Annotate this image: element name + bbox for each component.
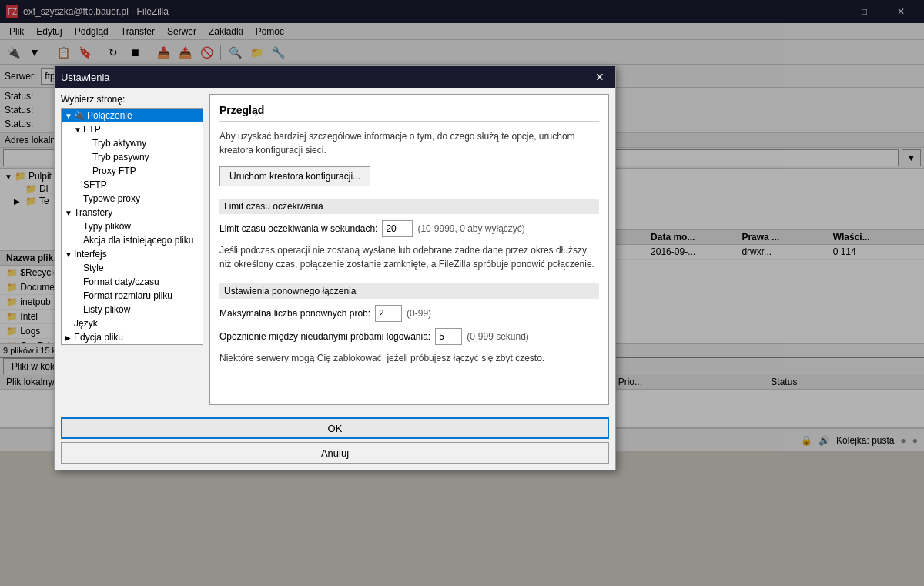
timeout-hint: (10-9999, 0 aby wyłączyć): [417, 223, 524, 234]
dialog-close-button[interactable]: ✕: [591, 69, 609, 85]
dialog-title-bar: Ustawienia ✕: [55, 66, 615, 88]
dialog-body: Wybierz stronę: ▼ 🔌 Połączenie ▼ FTP Try…: [55, 88, 615, 411]
timeout-section-title: Limit czasu oczekiwania: [219, 199, 599, 214]
tree-node-sftp[interactable]: SFTP: [62, 178, 203, 192]
tree-node-typowe-proxy[interactable]: Typowe proxy: [62, 192, 203, 206]
tree-node-proxy-ftp[interactable]: Proxy FTP: [62, 164, 203, 178]
settings-tree: ▼ 🔌 Połączenie ▼ FTP Tryb aktywny T: [61, 108, 203, 345]
timeout-label: Limit czasu oczekiwania w sekundach:: [219, 223, 377, 234]
timeout-row: Limit czasu oczekiwania w sekundach: (10…: [219, 220, 599, 237]
settings-tree-container: Wybierz stronę: ▼ 🔌 Połączenie ▼ FTP Try…: [61, 94, 203, 405]
tree-node-interfejs[interactable]: ▼ Interfejs: [62, 247, 203, 261]
settings-content-title: Przegląd: [219, 104, 599, 122]
retries-row: Maksymalna liczba ponownych prób: (0-99): [219, 305, 599, 322]
timeout-input[interactable]: [382, 220, 413, 237]
dialog-footer: OK Anuluj: [55, 411, 615, 470]
settings-description: Aby uzyskać bardziej szczegółowe informa…: [219, 129, 599, 157]
tree-node-typy-plikow[interactable]: Typy plików: [62, 219, 203, 233]
reconnect-note: Niektóre serwery mogą Cię zablokować, je…: [219, 351, 599, 365]
timeout-note: Jeśli podczas operacji nie zostaną wysła…: [219, 243, 599, 271]
retries-input[interactable]: [375, 305, 402, 322]
tree-node-style[interactable]: Style: [62, 261, 203, 275]
cancel-button[interactable]: Anuluj: [61, 442, 609, 464]
tree-node-akcja[interactable]: Akcja dla istniejącego pliku: [62, 233, 203, 247]
dialog-title: Ustawienia: [61, 72, 110, 83]
delay-row: Opóźnienie między nieudanymi próbami log…: [219, 328, 599, 345]
tree-node-jezyk[interactable]: Język: [62, 316, 203, 330]
tree-node-tryb-pasywny[interactable]: Tryb pasywny: [62, 150, 203, 164]
tree-node-edycja-pliku[interactable]: ▶ Edycja pliku: [62, 330, 203, 344]
reconnect-section-title: Ustawienia ponownego łączenia: [219, 283, 599, 299]
tree-node-polaczenie[interactable]: ▼ 🔌 Połączenie: [62, 109, 203, 122]
tree-node-format-daty[interactable]: Format daty/czasu: [62, 275, 203, 289]
retries-hint: (0-99): [407, 308, 431, 319]
choose-page-label: Wybierz stronę:: [61, 94, 203, 105]
ok-button[interactable]: OK: [61, 417, 609, 439]
tree-node-tryb-aktywny[interactable]: Tryb aktywny: [62, 136, 203, 150]
wizard-button[interactable]: Uruchom kreatora konfiguracji...: [219, 166, 370, 186]
tree-node-format-rozmiaru[interactable]: Format rozmiaru pliku: [62, 289, 203, 303]
delay-input[interactable]: [435, 328, 462, 345]
tree-node-ftp[interactable]: ▼ FTP: [62, 122, 203, 136]
modal-overlay: Ustawienia ✕ Wybierz stronę: ▼ 🔌 Połącze…: [0, 0, 924, 586]
settings-content: Przegląd Aby uzyskać bardziej szczegółow…: [209, 94, 609, 405]
tree-node-listy-plikow[interactable]: Listy plików: [62, 303, 203, 316]
tree-node-transfery[interactable]: ▼ Transfery: [62, 206, 203, 219]
retries-label: Maksymalna liczba ponownych prób:: [219, 308, 370, 319]
delay-hint: (0-999 sekund): [467, 331, 529, 342]
delay-label: Opóźnienie między nieudanymi próbami log…: [219, 331, 430, 342]
settings-dialog: Ustawienia ✕ Wybierz stronę: ▼ 🔌 Połącze…: [54, 65, 616, 470]
